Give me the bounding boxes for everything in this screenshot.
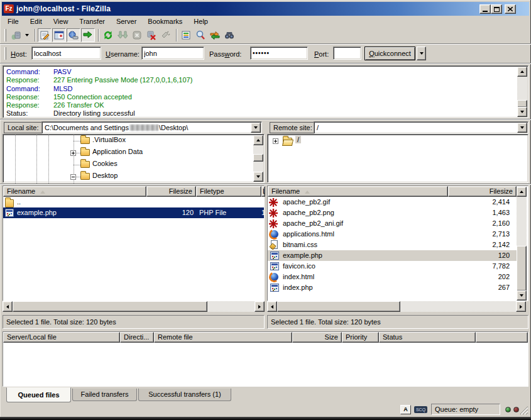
password-input[interactable] (250, 47, 308, 60)
expand-icon[interactable] (70, 150, 76, 156)
scroll-up-button[interactable] (253, 135, 263, 145)
file-row[interactable]: apache_pb2_ani.gif2,160 (268, 218, 517, 229)
tab-failed-transfers[interactable]: Failed transfers (72, 389, 137, 401)
quickconnect-button[interactable]: Quickconnect (364, 47, 415, 60)
tab-successful-transfers[interactable]: Successful transfers (1) (138, 389, 231, 401)
file-row[interactable]: apache_pb2.gif2,414 (268, 197, 517, 207)
column-header-modified[interactable]: Last modified (261, 186, 265, 197)
queue-header-server-local-file[interactable]: Server/Local file (3, 332, 120, 343)
username-input[interactable] (141, 47, 204, 60)
log-line: Response:226 Transfer OK (6, 101, 104, 109)
local-tree-scrollbar[interactable] (253, 135, 263, 182)
scroll-down-button[interactable] (517, 290, 527, 301)
sync-browsing-button[interactable] (208, 28, 222, 42)
file-row[interactable]: favicon.ico7,782 (268, 261, 517, 272)
column-header-filename[interactable]: Filename (268, 186, 448, 197)
tree-item[interactable]: Cookies (92, 160, 118, 167)
scroll-left-button[interactable] (3, 301, 13, 312)
window-bottom-edge (0, 417, 531, 420)
disconnect-button[interactable] (145, 28, 158, 42)
queue-header-remote-file[interactable]: Remote file (154, 332, 292, 343)
process-queue-button[interactable] (116, 28, 129, 42)
file-row[interactable]: applications.html2,713 (268, 229, 517, 240)
file-row-selected[interactable]: example.php120 (268, 250, 517, 261)
scroll-right-button[interactable] (516, 301, 526, 312)
column-header-filename[interactable]: Filename (3, 186, 146, 197)
toggle-local-tree-button[interactable] (52, 28, 66, 42)
scrollbar-thumb[interactable] (517, 246, 527, 291)
toolbar-grip[interactable] (4, 29, 6, 41)
tree-item[interactable]: .VirtualBox (92, 136, 126, 143)
remote-site-combo[interactable]: / (314, 121, 528, 134)
column-header-filesize[interactable]: Filesize (448, 186, 517, 197)
menu-help[interactable]: Help (188, 16, 214, 27)
queue-header-direction[interactable]: Directi... (120, 332, 154, 343)
tree-item[interactable]: Application Data (92, 148, 143, 155)
reconnect-button[interactable] (159, 28, 173, 42)
remote-list-scrollbar[interactable] (517, 187, 527, 301)
cancel-button[interactable] (130, 28, 144, 42)
toggle-remote-tree-button[interactable] (67, 28, 80, 42)
scroll-up-button[interactable] (517, 67, 527, 77)
tab-queued-files[interactable]: Queued files (6, 387, 71, 402)
scroll-down-button[interactable] (253, 172, 263, 182)
log-scrollbar[interactable] (517, 67, 527, 117)
menu-view[interactable]: View (48, 16, 74, 27)
file-row[interactable]: apache_pb2.png1,463 (268, 207, 517, 218)
scroll-down-button[interactable] (517, 107, 527, 117)
local-site-dropdown[interactable] (251, 123, 261, 133)
scroll-up-button[interactable] (517, 187, 527, 197)
find-button[interactable] (222, 28, 236, 42)
refresh-button[interactable] (101, 28, 115, 42)
tree-item-selected[interactable]: / (295, 136, 301, 143)
menu-file[interactable]: File (2, 16, 25, 27)
scroll-left-button[interactable] (267, 301, 277, 312)
site-manager-dropdown[interactable] (23, 28, 31, 42)
file-row[interactable]: index.html202 (268, 272, 517, 282)
scroll-right-button[interactable] (255, 301, 265, 312)
remote-hscrollbar[interactable] (267, 301, 526, 312)
queue-header-size[interactable]: Size (292, 332, 342, 343)
column-header-filesize[interactable]: Filesize (146, 186, 196, 197)
column-header-filetype[interactable]: Filetype (196, 186, 261, 197)
host-label: Host: (11, 44, 27, 64)
tree-item[interactable]: Desktop (92, 172, 118, 179)
maximize-button[interactable] (491, 4, 502, 14)
minimize-button[interactable] (479, 4, 491, 14)
close-button[interactable] (505, 4, 516, 14)
filter-button[interactable] (179, 28, 193, 42)
file-row[interactable]: index.php267 (268, 282, 517, 293)
toggle-queue-button[interactable] (81, 28, 95, 42)
site-manager-button[interactable] (9, 28, 23, 42)
local-tree: .VirtualBox Application Data Cookies Des… (3, 134, 265, 183)
scrollbar-thumb[interactable] (13, 301, 207, 312)
menu-transfer[interactable]: Transfer (74, 16, 111, 27)
menu-edit[interactable]: Edit (25, 16, 48, 27)
port-input[interactable] (333, 47, 361, 60)
host-input[interactable] (31, 47, 101, 60)
quickconnect-grip[interactable] (4, 47, 6, 60)
queue-header-status[interactable]: Status (379, 332, 476, 343)
local-hscrollbar[interactable] (3, 301, 265, 312)
menu-bar: File Edit View Transfer Server Bookmarks… (2, 16, 529, 27)
folder-icon (5, 199, 14, 207)
scrollbar-thumb[interactable] (253, 154, 263, 162)
toggle-log-view-button[interactable] (38, 28, 52, 42)
file-row[interactable]: bitnami.css2,142 (268, 240, 517, 250)
local-site-combo[interactable]: C:\Documents and Settings\Desktop\ (41, 121, 262, 134)
menu-server[interactable]: Server (111, 16, 142, 27)
resize-grip[interactable] (519, 406, 528, 415)
scrollbar-thumb[interactable] (277, 301, 400, 312)
toolbar-separator (98, 29, 99, 41)
file-row[interactable]: .. (3, 197, 264, 207)
activity-led-red (513, 407, 519, 412)
file-row-selected[interactable]: example.php 120 PHP File 1 (3, 207, 264, 218)
title-bar[interactable]: Fz john@localhost - FileZilla (2, 2, 529, 16)
compare-button[interactable] (194, 28, 207, 42)
menu-bookmarks[interactable]: Bookmarks (142, 16, 188, 27)
remote-site-dropdown[interactable] (517, 123, 527, 133)
quickconnect-dropdown[interactable] (417, 47, 426, 60)
queue-header-priority[interactable]: Priority (342, 332, 379, 343)
collapse-icon[interactable] (70, 174, 76, 180)
expand-icon[interactable] (273, 138, 278, 144)
